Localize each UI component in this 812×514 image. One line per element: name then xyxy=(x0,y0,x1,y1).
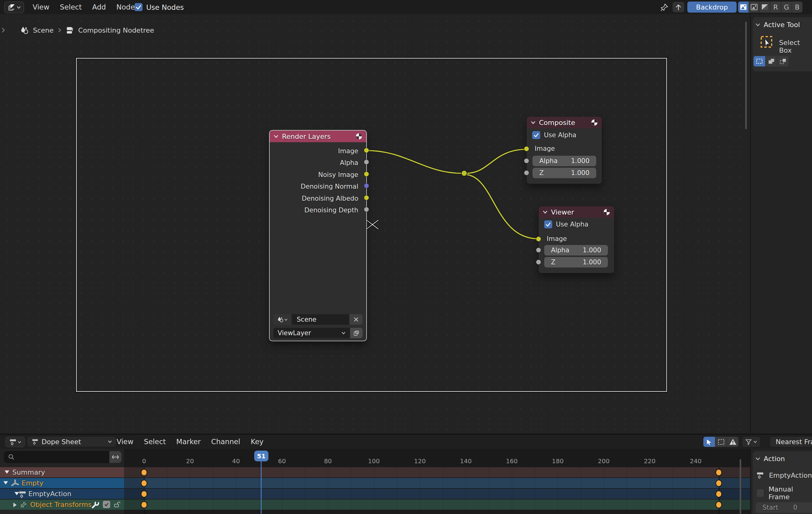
editor-type-button[interactable] xyxy=(4,2,24,13)
composite-z-slider[interactable]: Z 1.000 xyxy=(532,168,596,178)
filter-invert-button[interactable] xyxy=(109,451,122,463)
action-name-row[interactable]: EmptyAction xyxy=(753,463,812,480)
viewer-use-alpha-checkbox[interactable] xyxy=(544,220,552,228)
node-link-wires[interactable] xyxy=(366,149,539,239)
dope-menu-marker[interactable]: Marker xyxy=(176,436,202,447)
panel-collapse-chevron-icon[interactable] xyxy=(756,457,760,460)
channel-enable-checkbox[interactable] xyxy=(103,501,110,508)
playhead-line[interactable] xyxy=(261,461,262,514)
compositor-node-editor[interactable]: Scene Compositing Nodetree xyxy=(0,14,750,433)
menu-node[interactable]: Node xyxy=(116,2,136,12)
keyframe-row-emptyaction[interactable] xyxy=(124,489,750,499)
composite-alpha-socket[interactable] xyxy=(524,158,529,164)
display-color-alpha-button[interactable] xyxy=(749,2,759,12)
scene-unlink-button[interactable] xyxy=(350,314,362,325)
keyframe-row-summary[interactable] xyxy=(124,467,750,477)
keyframe-row-empty[interactable] xyxy=(124,478,750,488)
keyframe-frame-0[interactable] xyxy=(141,501,147,508)
keyframe-frame-0[interactable] xyxy=(141,490,147,497)
collapse-chevron-icon[interactable] xyxy=(274,135,278,138)
viewlayer-dropdown[interactable]: ViewLayer xyxy=(273,328,350,338)
reroute-node[interactable] xyxy=(461,171,467,176)
keyframe-area[interactable] xyxy=(124,467,750,514)
output-socket-denoising-albedo[interactable] xyxy=(364,195,369,200)
select-mode-subtract-button[interactable] xyxy=(778,56,789,66)
menu-view[interactable]: View xyxy=(32,2,50,12)
scene-selector[interactable]: Scene xyxy=(273,314,362,325)
composite-z-socket[interactable] xyxy=(524,170,529,175)
action-panel-header[interactable]: Action xyxy=(753,451,812,463)
dope-editor-type-button[interactable] xyxy=(5,437,25,447)
filter-dropdown[interactable] xyxy=(743,437,760,447)
viewer-alpha-slider[interactable]: Alpha 1.000 xyxy=(544,245,608,255)
select-box-tool-button[interactable] xyxy=(760,35,774,49)
viewer-image-socket[interactable] xyxy=(536,236,541,241)
display-color-button[interactable] xyxy=(738,2,749,12)
channel-r-button[interactable]: R xyxy=(771,2,781,12)
channel-g-button[interactable]: G xyxy=(781,2,792,12)
dope-vertical-scrollbar[interactable] xyxy=(740,459,741,514)
node-composite-header[interactable]: Composite xyxy=(527,117,602,128)
viewlayer-selector[interactable]: ViewLayer xyxy=(273,328,362,338)
keyframe-frame-250[interactable] xyxy=(715,501,722,508)
channel-row-empty[interactable]: Empty xyxy=(0,478,124,488)
viewer-alpha-socket[interactable] xyxy=(536,248,541,253)
go-parent-node-button[interactable] xyxy=(672,2,684,12)
panel-collapse-chevron-icon[interactable] xyxy=(756,23,760,26)
active-tool-panel-header[interactable]: Active Tool xyxy=(753,17,812,29)
use-nodes-checkbox[interactable] xyxy=(135,3,143,11)
manual-frame-checkbox[interactable] xyxy=(756,489,764,497)
current-frame-badge[interactable]: 51 xyxy=(254,451,268,461)
expand-triangle-icon[interactable] xyxy=(3,481,8,485)
keyframe-frame-0[interactable] xyxy=(141,469,147,476)
dope-mode-dropdown[interactable]: Dope Sheet xyxy=(27,437,116,447)
timeline-ruler[interactable]: 020406080100120140160180200220240 xyxy=(124,449,750,467)
keyframe-row-object-transforms[interactable] xyxy=(124,499,750,510)
pin-icon[interactable] xyxy=(660,3,669,12)
collapse-triangle-icon[interactable] xyxy=(13,502,17,508)
collapse-chevron-icon[interactable] xyxy=(543,210,547,213)
editor-vertical-scrollbar[interactable] xyxy=(745,22,747,129)
composite-image-socket[interactable] xyxy=(524,146,529,151)
channel-row-object-transforms[interactable]: Object Transforms xyxy=(0,499,124,510)
menu-add[interactable]: Add xyxy=(92,2,107,12)
snap-mode-dropdown[interactable]: Nearest Fran xyxy=(770,437,812,447)
output-socket-image[interactable] xyxy=(364,148,369,153)
channel-row-summary[interactable]: Summary xyxy=(0,467,124,477)
keyframe-frame-250[interactable] xyxy=(715,469,722,476)
action-start-field[interactable]: Start 0 xyxy=(756,502,812,513)
select-mode-extend-button[interactable] xyxy=(766,56,777,66)
display-alpha-button[interactable] xyxy=(760,2,770,12)
channel-row-emptyaction[interactable]: EmptyAction xyxy=(0,489,124,499)
viewer-z-socket[interactable] xyxy=(536,259,541,265)
node-viewer[interactable]: Viewer Use Alpha Image Alpha 1.000 Z 1.0 xyxy=(539,206,614,273)
output-socket-denoising-depth[interactable] xyxy=(364,207,369,212)
unlock-icon[interactable] xyxy=(113,501,121,508)
box-select-button[interactable] xyxy=(715,437,727,447)
collapse-chevron-icon[interactable] xyxy=(531,121,535,124)
search-input[interactable] xyxy=(4,451,109,463)
composite-use-alpha-checkbox[interactable] xyxy=(532,131,540,139)
viewer-z-slider[interactable]: Z 1.000 xyxy=(544,257,608,267)
node-render-layers[interactable]: Render Layers ImageAlphaNoisy ImageDenoi… xyxy=(270,131,366,341)
keyframe-frame-0[interactable] xyxy=(141,480,147,487)
render-single-layer-button[interactable] xyxy=(350,328,362,338)
expand-triangle-icon[interactable] xyxy=(4,470,9,474)
output-socket-noisy-image[interactable] xyxy=(364,171,369,177)
scene-name-field[interactable]: Scene xyxy=(292,314,349,325)
keyframe-frame-250[interactable] xyxy=(715,490,722,497)
composite-alpha-slider[interactable]: Alpha 1.000 xyxy=(532,156,596,166)
menu-select[interactable]: Select xyxy=(59,2,83,12)
channel-b-button[interactable]: B xyxy=(792,2,803,12)
dope-menu-channel[interactable]: Channel xyxy=(210,436,241,447)
dope-menu-key[interactable]: Key xyxy=(250,436,264,447)
node-render-layers-header[interactable]: Render Layers xyxy=(270,131,366,142)
select-mode-set-button[interactable] xyxy=(754,56,765,66)
scene-browse-button[interactable] xyxy=(273,314,291,325)
node-viewer-header[interactable]: Viewer xyxy=(539,206,614,218)
keyframe-frame-250[interactable] xyxy=(715,480,722,487)
dope-menu-view[interactable]: View xyxy=(116,436,134,447)
dope-menu-select[interactable]: Select xyxy=(143,436,167,447)
backdrop-toggle-button[interactable]: Backdrop xyxy=(687,2,736,12)
tweak-tool-button[interactable] xyxy=(703,437,715,447)
